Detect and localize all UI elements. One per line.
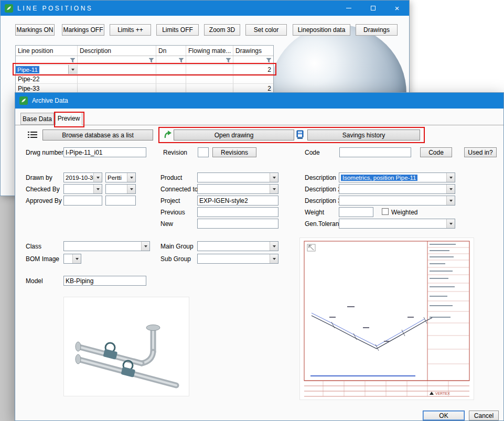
project-field[interactable]: EXP-IGEN-style2 xyxy=(197,196,278,206)
code-button[interactable]: Code xyxy=(420,147,452,157)
savings-history-button[interactable]: Savings history xyxy=(307,129,420,141)
cell-flowing-material xyxy=(186,74,233,83)
dropdown-arrow-icon[interactable] xyxy=(127,185,135,193)
drwg-number-label: Drwg number xyxy=(26,149,63,156)
line-position-editor[interactable]: Pipe-11 xyxy=(16,65,78,74)
weighted-checkbox[interactable] xyxy=(382,208,389,215)
dropdown-arrow-icon[interactable] xyxy=(446,173,455,182)
cell-dn xyxy=(156,65,186,74)
markings-off-button[interactable]: Markings OFF xyxy=(62,24,104,36)
screen: LINE POSITIONS × Markings ON Markings OF… xyxy=(0,0,504,421)
dropdown-arrow-icon[interactable] xyxy=(93,185,102,193)
dropdown-arrow-icon[interactable] xyxy=(72,254,81,263)
dropdown-arrow-icon[interactable] xyxy=(141,242,149,251)
sub-group-combo[interactable] xyxy=(197,254,278,264)
column-header[interactable]: Flowing mate... xyxy=(186,46,233,56)
new-field[interactable] xyxy=(197,219,278,229)
dropdown-arrow-icon[interactable] xyxy=(446,185,455,193)
markings-on-button[interactable]: Markings ON xyxy=(15,24,55,36)
maximize-icon xyxy=(371,6,376,10)
bom-image-combo[interactable] xyxy=(63,254,81,264)
main-group-combo[interactable] xyxy=(197,241,278,251)
grid-header-row: Line position Description Dn Flowing mat… xyxy=(16,46,273,56)
zoom-3d-button[interactable]: Zoom 3D xyxy=(204,24,240,36)
set-color-button[interactable]: Set color xyxy=(245,24,287,36)
filter-cell[interactable] xyxy=(16,56,78,64)
weight-field[interactable] xyxy=(339,207,373,217)
close-button[interactable]: × xyxy=(385,1,409,16)
browse-database-button[interactable]: Browse database as a list xyxy=(42,129,153,141)
cell-description xyxy=(78,84,156,93)
approved-by-date-field[interactable] xyxy=(63,196,102,206)
dropdown-arrow-icon[interactable] xyxy=(270,185,278,193)
previous-field[interactable] xyxy=(197,207,278,217)
drawn-by-name-combo[interactable]: Pertti xyxy=(105,172,136,182)
weighted-label: Weighted xyxy=(391,209,417,216)
column-header[interactable]: Line position xyxy=(16,46,78,56)
archive-titlebar: Archive Data xyxy=(15,93,503,109)
ok-button[interactable]: OK xyxy=(423,411,465,420)
tab-base-data[interactable]: Base Data xyxy=(20,113,54,125)
description-combo[interactable]: Isometrics, position Pipe-11 xyxy=(339,172,455,182)
revision-field[interactable] xyxy=(198,147,209,157)
code-field[interactable] xyxy=(339,147,411,157)
gen-tolerance-combo[interactable] xyxy=(339,219,455,229)
drawn-by-date-combo[interactable]: 2019-10-30 xyxy=(63,172,102,182)
filter-cell[interactable] xyxy=(186,56,233,64)
used-in-button[interactable]: Used in? xyxy=(464,147,497,157)
maximize-button[interactable] xyxy=(361,1,385,16)
cell-drawings: 2 xyxy=(233,84,273,93)
line-position-value: Pipe-33 xyxy=(16,84,78,93)
filter-cell[interactable] xyxy=(156,56,186,64)
dropdown-arrow-icon[interactable] xyxy=(446,196,455,205)
close-icon: × xyxy=(395,4,400,12)
column-header[interactable]: Drawings xyxy=(233,46,273,56)
sub-group-label: Sub Group xyxy=(160,255,191,263)
desktop-background xyxy=(0,196,15,421)
description2-combo[interactable] xyxy=(339,184,455,194)
filter-cell[interactable] xyxy=(233,56,273,64)
table-row-pipe-22[interactable]: Pipe-22 xyxy=(16,74,273,84)
revisions-button[interactable]: Revisions xyxy=(212,147,256,157)
model-field[interactable]: KB-Piping xyxy=(63,276,146,286)
filter-funnel-icon xyxy=(148,58,154,63)
archive-data-window: Archive Data Base Data Preview Browse da… xyxy=(15,92,504,421)
dropdown-arrow-icon[interactable] xyxy=(127,173,135,182)
line-position-value: Pipe-11 xyxy=(16,66,39,73)
description3-combo[interactable] xyxy=(339,196,455,206)
cell-description xyxy=(78,65,156,74)
cell-drawings xyxy=(233,74,273,83)
dropdown-arrow-icon[interactable] xyxy=(93,173,102,182)
class-combo[interactable] xyxy=(63,241,150,251)
list-icon[interactable] xyxy=(28,131,37,138)
combo-value: 2019-10-30 xyxy=(64,175,93,181)
vertex-logo-text: VERTEX xyxy=(435,392,450,395)
dropdown-arrow-icon[interactable] xyxy=(270,242,278,251)
dropdown-arrow-icon[interactable] xyxy=(270,254,278,263)
product-combo[interactable] xyxy=(197,172,278,182)
column-header[interactable]: Dn xyxy=(156,46,186,56)
connected-to-combo[interactable] xyxy=(197,184,278,194)
drwg-number-field[interactable]: I-Pipe-11_i01 xyxy=(63,147,146,157)
dropdown-arrow-icon[interactable] xyxy=(68,65,77,74)
dropdown-arrow-icon[interactable] xyxy=(270,173,278,182)
column-header[interactable]: Description xyxy=(78,46,156,56)
lineposition-data-button[interactable]: Lineposition data xyxy=(293,24,350,36)
checked-by-name-combo[interactable] xyxy=(105,184,136,194)
tab-preview[interactable]: Preview xyxy=(55,112,82,125)
cancel-button[interactable]: Cancel xyxy=(469,411,499,420)
cell-description xyxy=(78,74,156,83)
filter-cell[interactable] xyxy=(78,56,156,64)
table-row-pipe-11[interactable]: Pipe-11 2 xyxy=(16,65,273,74)
minimize-button[interactable] xyxy=(337,1,361,16)
checked-by-date-combo[interactable] xyxy=(63,184,102,194)
drawings-button[interactable]: Drawings xyxy=(356,24,398,36)
open-drawing-icon[interactable] xyxy=(164,129,172,139)
app-icon xyxy=(5,4,13,13)
open-drawing-button[interactable]: Open drawing xyxy=(174,129,294,141)
dropdown-arrow-icon[interactable] xyxy=(446,219,455,228)
approved-by-name-field[interactable] xyxy=(105,196,136,206)
limits-plus-button[interactable]: Limits ++ xyxy=(110,24,151,36)
limits-off-button[interactable]: Limits OFF xyxy=(156,24,199,36)
save-disk-icon[interactable] xyxy=(296,129,304,139)
